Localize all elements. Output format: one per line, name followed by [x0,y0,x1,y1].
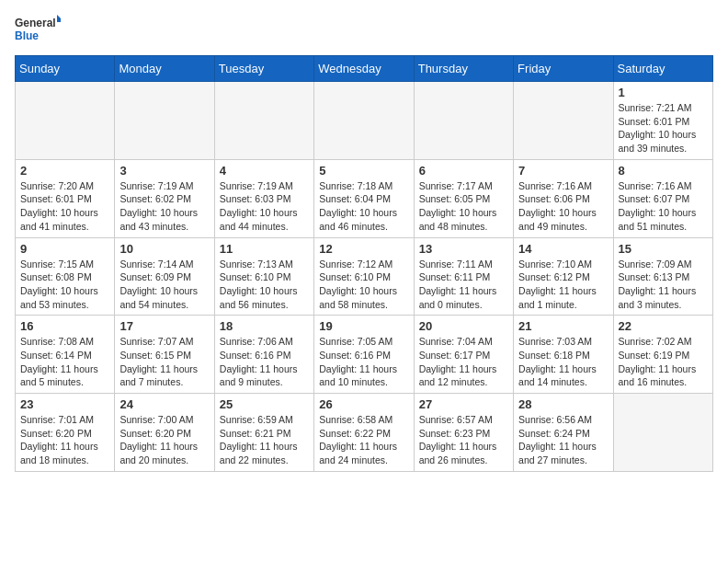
day-info: Sunrise: 7:11 AM Sunset: 6:11 PM Dayligh… [419,258,508,312]
calendar-cell [115,82,214,160]
day-info: Sunrise: 7:04 AM Sunset: 6:17 PM Dayligh… [419,335,508,389]
day-number: 19 [319,319,408,333]
calendar-cell: 19Sunrise: 7:05 AM Sunset: 6:16 PM Dayli… [314,316,414,394]
day-number: 26 [319,397,408,411]
weekday-header-thursday: Thursday [414,56,513,82]
svg-text:Blue: Blue [15,29,39,42]
day-number: 28 [518,397,608,411]
day-info: Sunrise: 7:03 AM Sunset: 6:18 PM Dayligh… [518,335,608,389]
day-info: Sunrise: 7:12 AM Sunset: 6:10 PM Dayligh… [319,258,408,312]
day-info: Sunrise: 7:09 AM Sunset: 6:13 PM Dayligh… [619,258,708,312]
day-info: Sunrise: 7:05 AM Sunset: 6:16 PM Dayligh… [319,335,408,389]
day-number: 25 [220,397,309,411]
calendar-cell: 7Sunrise: 7:16 AM Sunset: 6:06 PM Daylig… [514,159,613,237]
day-info: Sunrise: 6:58 AM Sunset: 6:22 PM Dayligh… [319,413,408,467]
calendar-cell: 3Sunrise: 7:19 AM Sunset: 6:02 PM Daylig… [115,159,214,237]
week-row-5: 23Sunrise: 7:01 AM Sunset: 6:20 PM Dayli… [16,394,713,472]
weekday-header-tuesday: Tuesday [214,56,313,82]
day-number: 24 [119,397,209,411]
day-number: 20 [419,319,508,333]
day-number: 2 [20,164,109,178]
day-info: Sunrise: 7:01 AM Sunset: 6:20 PM Dayligh… [20,413,109,467]
logo: General Blue [15,15,61,44]
calendar-cell: 25Sunrise: 6:59 AM Sunset: 6:21 PM Dayli… [214,394,313,472]
calendar-cell: 15Sunrise: 7:09 AM Sunset: 6:13 PM Dayli… [613,237,712,316]
calendar-cell: 27Sunrise: 6:57 AM Sunset: 6:23 PM Dayli… [414,394,513,472]
day-number: 13 [419,242,508,256]
day-number: 12 [319,242,408,256]
day-number: 8 [619,164,708,178]
day-info: Sunrise: 7:19 AM Sunset: 6:02 PM Dayligh… [119,179,209,234]
day-number: 3 [119,164,209,178]
day-number: 10 [119,242,209,256]
calendar-cell: 24Sunrise: 7:00 AM Sunset: 6:20 PM Dayli… [115,394,214,472]
calendar-cell: 20Sunrise: 7:04 AM Sunset: 6:17 PM Dayli… [414,316,513,394]
day-info: Sunrise: 7:17 AM Sunset: 6:05 PM Dayligh… [419,179,508,234]
calendar-cell: 2Sunrise: 7:20 AM Sunset: 6:01 PM Daylig… [16,159,115,237]
calendar-cell: 9Sunrise: 7:15 AM Sunset: 6:08 PM Daylig… [16,237,115,316]
day-info: Sunrise: 6:56 AM Sunset: 6:24 PM Dayligh… [518,413,608,467]
page-header: General Blue [15,15,713,44]
week-row-4: 16Sunrise: 7:08 AM Sunset: 6:14 PM Dayli… [16,316,713,394]
calendar-cell: 26Sunrise: 6:58 AM Sunset: 6:22 PM Dayli… [314,394,414,472]
logo-svg: General Blue [15,15,61,44]
day-number: 16 [20,319,109,333]
day-number: 7 [518,164,608,178]
day-number: 15 [619,242,708,256]
calendar-cell [214,82,313,160]
day-number: 14 [518,242,608,256]
day-info: Sunrise: 7:21 AM Sunset: 6:01 PM Dayligh… [619,101,708,155]
day-info: Sunrise: 7:10 AM Sunset: 6:12 PM Dayligh… [518,258,608,312]
calendar-cell: 22Sunrise: 7:02 AM Sunset: 6:19 PM Dayli… [613,316,712,394]
calendar-cell [613,394,712,472]
day-info: Sunrise: 7:13 AM Sunset: 6:10 PM Dayligh… [220,258,309,312]
day-info: Sunrise: 6:59 AM Sunset: 6:21 PM Dayligh… [220,413,309,467]
day-info: Sunrise: 7:08 AM Sunset: 6:14 PM Dayligh… [20,335,109,389]
calendar-cell: 14Sunrise: 7:10 AM Sunset: 6:12 PM Dayli… [514,237,613,316]
day-info: Sunrise: 7:16 AM Sunset: 6:07 PM Dayligh… [619,179,708,234]
day-number: 6 [419,164,508,178]
week-row-1: 1Sunrise: 7:21 AM Sunset: 6:01 PM Daylig… [16,82,713,160]
calendar-cell: 21Sunrise: 7:03 AM Sunset: 6:18 PM Dayli… [514,316,613,394]
day-number: 5 [319,164,408,178]
day-number: 27 [419,397,508,411]
day-number: 21 [518,319,608,333]
day-number: 4 [220,164,309,178]
calendar-cell: 10Sunrise: 7:14 AM Sunset: 6:09 PM Dayli… [115,237,214,316]
calendar-cell [16,82,115,160]
calendar-cell [314,82,414,160]
day-info: Sunrise: 7:16 AM Sunset: 6:06 PM Dayligh… [518,179,608,234]
day-number: 17 [119,319,209,333]
calendar-cell: 1Sunrise: 7:21 AM Sunset: 6:01 PM Daylig… [613,82,712,160]
day-info: Sunrise: 7:18 AM Sunset: 6:04 PM Dayligh… [319,179,408,234]
day-info: Sunrise: 7:19 AM Sunset: 6:03 PM Dayligh… [220,179,309,234]
calendar-cell: 18Sunrise: 7:06 AM Sunset: 6:16 PM Dayli… [214,316,313,394]
weekday-header-row: SundayMondayTuesdayWednesdayThursdayFrid… [16,56,713,82]
week-row-3: 9Sunrise: 7:15 AM Sunset: 6:08 PM Daylig… [16,237,713,316]
calendar-cell: 23Sunrise: 7:01 AM Sunset: 6:20 PM Dayli… [16,394,115,472]
weekday-header-friday: Friday [514,56,613,82]
weekday-header-monday: Monday [115,56,214,82]
day-number: 22 [619,319,708,333]
weekday-header-sunday: Sunday [16,56,115,82]
calendar-cell: 5Sunrise: 7:18 AM Sunset: 6:04 PM Daylig… [314,159,414,237]
calendar-cell [514,82,613,160]
calendar-cell: 13Sunrise: 7:11 AM Sunset: 6:11 PM Dayli… [414,237,513,316]
day-number: 11 [220,242,309,256]
week-row-2: 2Sunrise: 7:20 AM Sunset: 6:01 PM Daylig… [16,159,713,237]
calendar-cell: 4Sunrise: 7:19 AM Sunset: 6:03 PM Daylig… [214,159,313,237]
day-info: Sunrise: 7:20 AM Sunset: 6:01 PM Dayligh… [20,179,109,234]
day-info: Sunrise: 6:57 AM Sunset: 6:23 PM Dayligh… [419,413,508,467]
calendar-cell: 17Sunrise: 7:07 AM Sunset: 6:15 PM Dayli… [115,316,214,394]
svg-text:General: General [15,17,56,29]
calendar-table: SundayMondayTuesdayWednesdayThursdayFrid… [15,55,713,472]
day-info: Sunrise: 7:02 AM Sunset: 6:19 PM Dayligh… [619,335,708,389]
day-number: 18 [220,319,309,333]
svg-marker-1 [57,15,61,22]
day-number: 1 [619,86,708,99]
weekday-header-wednesday: Wednesday [314,56,414,82]
day-info: Sunrise: 7:14 AM Sunset: 6:09 PM Dayligh… [119,258,209,312]
day-number: 9 [20,242,109,256]
calendar-cell: 16Sunrise: 7:08 AM Sunset: 6:14 PM Dayli… [16,316,115,394]
calendar-cell: 12Sunrise: 7:12 AM Sunset: 6:10 PM Dayli… [314,237,414,316]
